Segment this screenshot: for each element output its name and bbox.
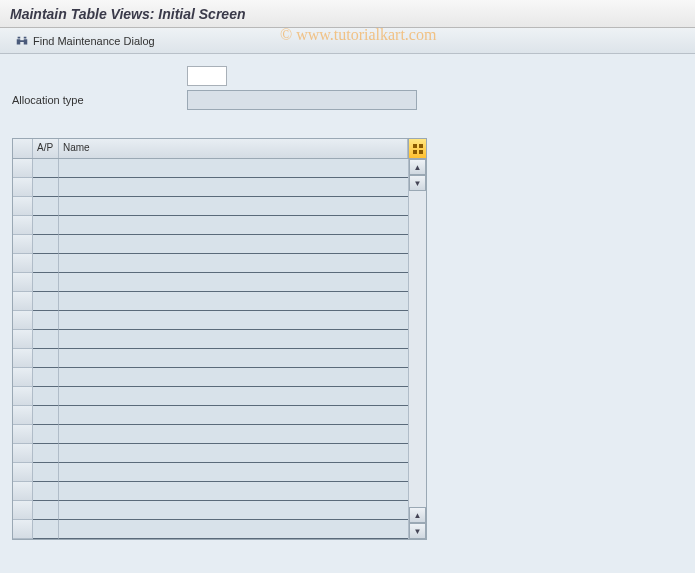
chevron-down-icon: ▼: [414, 527, 422, 536]
cell-name[interactable]: [59, 349, 408, 368]
scroll-up-button-2[interactable]: ▼: [409, 175, 426, 191]
table-row: [13, 425, 408, 444]
small-input-field[interactable]: [187, 66, 227, 86]
cell-ap[interactable]: [33, 368, 59, 387]
row-selector[interactable]: [13, 197, 33, 216]
cell-name[interactable]: [59, 501, 408, 520]
cell-ap[interactable]: [33, 235, 59, 254]
cell-name[interactable]: [59, 520, 408, 539]
table-row: [13, 254, 408, 273]
table-body-wrapper: ▲ ▼ ▲ ▼: [13, 159, 426, 539]
row-selector[interactable]: [13, 235, 33, 254]
cell-ap[interactable]: [33, 444, 59, 463]
table-settings-button[interactable]: [408, 139, 426, 158]
cell-name[interactable]: [59, 425, 408, 444]
column-header-ap[interactable]: A/P: [33, 139, 59, 158]
cell-name[interactable]: [59, 159, 408, 178]
cell-ap[interactable]: [33, 216, 59, 235]
table-row: [13, 349, 408, 368]
cell-ap[interactable]: [33, 292, 59, 311]
row-selector[interactable]: [13, 216, 33, 235]
column-header-selector[interactable]: [13, 139, 33, 158]
cell-ap[interactable]: [33, 330, 59, 349]
table-row: [13, 482, 408, 501]
cell-name[interactable]: [59, 368, 408, 387]
row-selector[interactable]: [13, 520, 33, 539]
table-row: [13, 235, 408, 254]
cell-name[interactable]: [59, 482, 408, 501]
row-selector[interactable]: [13, 311, 33, 330]
row-selector[interactable]: [13, 482, 33, 501]
row-selector[interactable]: [13, 444, 33, 463]
table-row: [13, 501, 408, 520]
row-selector[interactable]: [13, 463, 33, 482]
scroll-down-button-2[interactable]: ▲: [409, 507, 426, 523]
row-selector[interactable]: [13, 254, 33, 273]
cell-name[interactable]: [59, 444, 408, 463]
cell-ap[interactable]: [33, 197, 59, 216]
cell-ap[interactable]: [33, 501, 59, 520]
cell-ap[interactable]: [33, 178, 59, 197]
binoculars-icon: [15, 34, 29, 48]
column-header-name[interactable]: Name: [59, 139, 408, 158]
table-row: [13, 368, 408, 387]
cell-ap[interactable]: [33, 520, 59, 539]
cell-ap[interactable]: [33, 425, 59, 444]
row-selector[interactable]: [13, 387, 33, 406]
cell-name[interactable]: [59, 197, 408, 216]
cell-name[interactable]: [59, 216, 408, 235]
svg-rect-1: [419, 144, 423, 148]
allocation-type-input[interactable]: [187, 90, 417, 110]
table-row: [13, 159, 408, 178]
cell-ap[interactable]: [33, 482, 59, 501]
row-selector[interactable]: [13, 406, 33, 425]
row-selector[interactable]: [13, 178, 33, 197]
cell-name[interactable]: [59, 254, 408, 273]
cell-ap[interactable]: [33, 159, 59, 178]
row-selector[interactable]: [13, 159, 33, 178]
cell-name[interactable]: [59, 292, 408, 311]
cell-name[interactable]: [59, 311, 408, 330]
svg-rect-3: [419, 150, 423, 154]
table-header-row: A/P Name: [13, 139, 426, 159]
cell-name[interactable]: [59, 463, 408, 482]
scroll-up-button[interactable]: ▲: [409, 159, 426, 175]
scroll-down-button[interactable]: ▼: [409, 523, 426, 539]
cell-name[interactable]: [59, 235, 408, 254]
cell-name[interactable]: [59, 273, 408, 292]
vertical-scrollbar[interactable]: ▲ ▼ ▲ ▼: [408, 159, 426, 539]
allocation-type-row: Allocation type: [12, 90, 683, 110]
cell-ap[interactable]: [33, 349, 59, 368]
title-bar: Maintain Table Views: Initial Screen: [0, 0, 695, 28]
cell-name[interactable]: [59, 178, 408, 197]
table-row: [13, 463, 408, 482]
cell-ap[interactable]: [33, 387, 59, 406]
table-row: [13, 406, 408, 425]
find-dialog-label: Find Maintenance Dialog: [33, 35, 155, 47]
table-container: A/P Name ▲ ▼ ▲: [12, 138, 427, 540]
find-maintenance-dialog-button[interactable]: Find Maintenance Dialog: [8, 31, 162, 51]
chevron-up-icon: ▲: [414, 511, 422, 520]
row-selector[interactable]: [13, 501, 33, 520]
content-area: Allocation type A/P Name ▲ ▼: [0, 54, 695, 573]
cell-name[interactable]: [59, 406, 408, 425]
row-selector[interactable]: [13, 425, 33, 444]
allocation-type-label: Allocation type: [12, 94, 187, 106]
cell-ap[interactable]: [33, 273, 59, 292]
table-settings-icon: [413, 140, 423, 158]
table-row: [13, 444, 408, 463]
table-row: [13, 311, 408, 330]
scrollbar-track[interactable]: [409, 191, 426, 507]
cell-name[interactable]: [59, 387, 408, 406]
cell-ap[interactable]: [33, 254, 59, 273]
row-selector[interactable]: [13, 273, 33, 292]
row-selector[interactable]: [13, 330, 33, 349]
cell-ap[interactable]: [33, 463, 59, 482]
row-selector[interactable]: [13, 292, 33, 311]
table-row: [13, 330, 408, 349]
row-selector[interactable]: [13, 349, 33, 368]
row-selector[interactable]: [13, 368, 33, 387]
cell-name[interactable]: [59, 330, 408, 349]
cell-ap[interactable]: [33, 406, 59, 425]
cell-ap[interactable]: [33, 311, 59, 330]
